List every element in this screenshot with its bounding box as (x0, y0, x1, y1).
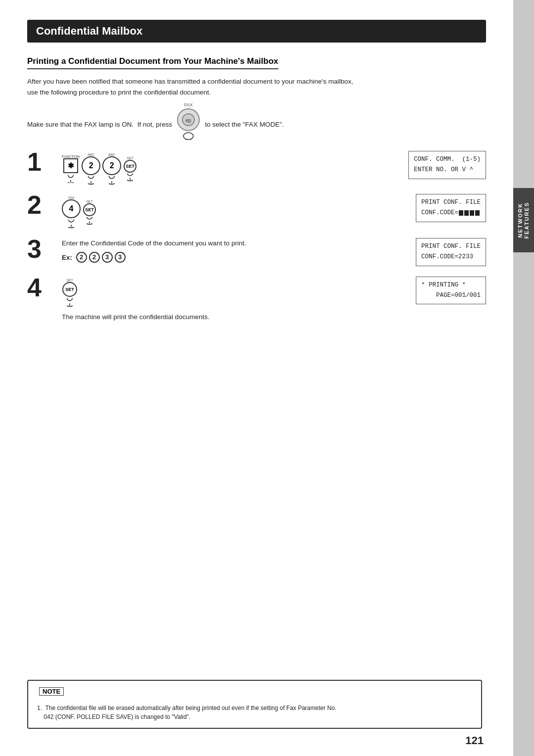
fax-instruction-text: Make sure that the FAX lamp is ON. If no… (27, 121, 172, 128)
set-button-4: SET SET (62, 279, 78, 308)
note-box: NOTE 1. The confidential file will be er… (27, 680, 482, 729)
step-3-number: 3 (27, 236, 57, 262)
ex-line: Ex: 2 2 3 3 (62, 252, 246, 263)
step-2-screen: PRINT CONF. FILE CONF.CODE= (367, 194, 486, 222)
ex-circles: 2 2 3 3 (76, 252, 126, 263)
circle-2-2[interactable]: 2 (102, 156, 121, 175)
button-2-abc-2: ABC 2 (102, 153, 121, 185)
hand-icon (63, 173, 79, 183)
step-2-left: 2 GHI 4 SET SET (27, 194, 367, 229)
hand-icon (181, 131, 195, 140)
svg-text:ep: ep (186, 118, 192, 123)
step-3-screen: PRINT CONF. FILE CONF.CODE=2233 (367, 238, 486, 266)
button-4-ghi: GHI 4 (62, 196, 81, 229)
hand-icon-set-4 (62, 297, 78, 308)
step-4-icons: SET SET (62, 279, 210, 308)
fax-instruction-row: Make sure that the FAX lamp is ON. If no… (27, 108, 486, 140)
circle-2-1[interactable]: 2 (82, 156, 100, 175)
hand-icon-set-2 (83, 216, 96, 225)
step-1-screen: CONF. COMM. (1-5) ENTER NO. OR V ^ (367, 151, 486, 179)
step-4-left: 4 SET SET T (27, 277, 367, 323)
network-features-tab: NETWORKFEATURES (513, 188, 534, 252)
screen-1: CONF. COMM. (1-5) ENTER NO. OR V ^ (408, 151, 486, 179)
sidebar-label: NETWORKFEATURES (517, 202, 530, 238)
button-2-abc-1: ABC 2 (82, 153, 100, 185)
fax-instruction-end: to select the "FAX MODE". (205, 121, 284, 128)
main-content: Confidential Mailbox Printing a Confiden… (0, 0, 513, 756)
star-button[interactable]: ✱ (63, 158, 78, 173)
hand-icon (83, 175, 99, 185)
set-circle-1[interactable]: SET (124, 160, 136, 173)
set-button-2: SET SET (83, 200, 96, 225)
hand-icon-4 (63, 218, 79, 229)
step-4-content: SET SET The machine will print the confi… (62, 277, 210, 323)
step-1-icons: FUNCTION ✱ ABC 2 (62, 153, 137, 185)
screen-3: PRINT CONF. FILE CONF.CODE=2233 (416, 238, 486, 266)
circle-4[interactable]: 4 (62, 199, 81, 218)
function-button: FUNCTION ✱ (62, 155, 80, 183)
step-4-row: 4 SET SET T (27, 277, 486, 323)
section-title: Printing a Confidential Document from Yo… (27, 56, 278, 69)
ex-circle-2-2: 2 (89, 252, 100, 263)
screen-4: * PRINTING * PAGE=001/001 (416, 277, 486, 305)
hand-icon-set (123, 173, 137, 182)
ex-circle-2-1: 2 (76, 252, 87, 263)
screen-2: PRINT CONF. FILE CONF.CODE= (416, 194, 486, 222)
ex-circle-3-1: 3 (102, 252, 113, 263)
set-circle-4[interactable]: SET (62, 282, 77, 297)
set-button-1: SET SET (123, 156, 137, 182)
fax-label: FAX (184, 102, 193, 107)
step-1-number: 1 (27, 149, 57, 175)
header-title: Confidential Mailbox (36, 25, 142, 37)
step-2-row: 2 GHI 4 SET SET (27, 194, 486, 229)
step-1-row: 1 FUNCTION ✱ (27, 151, 486, 185)
intro-paragraph: After you have been notified that someon… (27, 76, 486, 97)
right-sidebar-bar (513, 0, 534, 756)
step-3-left: 3 Enter the Confidential Code of the doc… (27, 238, 367, 268)
fax-mode-button[interactable]: ep (177, 108, 200, 131)
step-3-row: 3 Enter the Confidential Code of the doc… (27, 238, 486, 268)
step-4-number: 4 (27, 275, 57, 300)
step-2-number: 2 (27, 192, 57, 218)
step-4-screen: * PRINTING * PAGE=001/001 (367, 277, 486, 305)
step-1-left: 1 FUNCTION ✱ (27, 151, 367, 185)
fax-button-icon: ep (181, 113, 195, 127)
set-circle-2[interactable]: SET (83, 203, 96, 216)
step-2-icons: GHI 4 SET SET (62, 196, 96, 229)
conf-code-squares (458, 209, 480, 216)
hand-icon-2 (104, 175, 120, 185)
note-text: 1. The confidential file will be erased … (37, 704, 472, 722)
page-header: Confidential Mailbox (27, 20, 486, 43)
ex-circle-3-2: 3 (115, 252, 126, 263)
step-4-bottom-text: The machine will print the confidential … (62, 312, 210, 323)
step-3-text: Enter the Confidential Code of the docum… (62, 238, 246, 249)
svg-point-2 (183, 133, 193, 140)
page-number: 121 (465, 734, 484, 747)
step-3-content: Enter the Confidential Code of the docum… (62, 238, 246, 268)
note-title: NOTE (39, 687, 64, 696)
